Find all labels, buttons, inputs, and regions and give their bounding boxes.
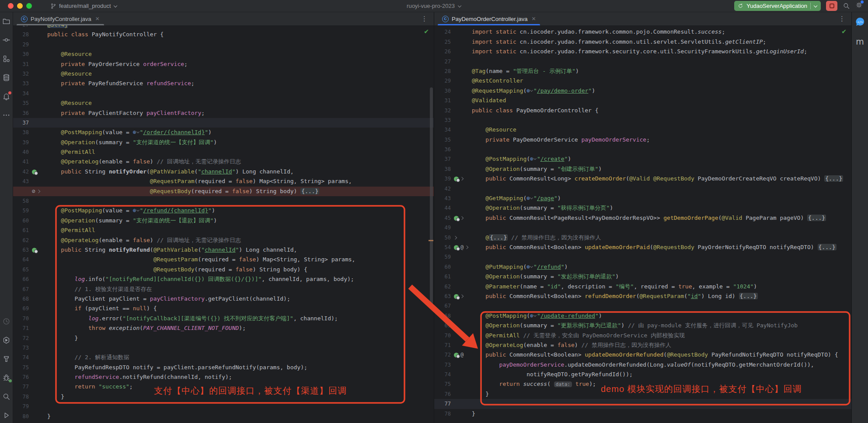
code-text[interactable]: } — [47, 412, 434, 421]
code-line[interactable]: 42 — [434, 184, 851, 194]
url-globe-icon[interactable]: ⊕ — [526, 264, 530, 270]
line-number[interactable]: 33 — [434, 115, 451, 125]
sidebar-item-run[interactable] — [2, 411, 11, 420]
code-line[interactable]: 63 public CommonResult<Boolean> refundDe… — [434, 291, 851, 301]
line-number[interactable]: 59 — [13, 206, 29, 215]
code-line[interactable]: 74 // 2. 解析通知数据 — [13, 353, 434, 362]
code-line[interactable]: 76 } — [434, 389, 851, 399]
code-text[interactable]: @RequestParam(required = false) Map<Stri… — [47, 177, 434, 186]
code-text[interactable]: @PutMapping(⊕"/refund") — [472, 262, 851, 272]
line-number[interactable]: 25 — [434, 37, 451, 47]
code-text[interactable]: private PayClientFactory payClientFactor… — [47, 108, 434, 118]
line-number[interactable]: 67 — [13, 284, 29, 294]
code-line[interactable]: 30 @Resource — [13, 49, 434, 59]
code-text[interactable]: @RequestMapping(⊕"/pay/demo-order") — [472, 86, 851, 96]
line-number[interactable]: 68 — [13, 294, 29, 304]
close-window-button[interactable] — [8, 3, 14, 9]
code-text[interactable]: @Slf4j — [47, 25, 434, 30]
code-line[interactable]: 70 log.error("[notifyCallback][渠道编号({}) … — [13, 314, 434, 323]
code-line[interactable]: 67 // 1. 校验支付渠道是否存在 — [13, 284, 434, 294]
no-breakpoint-icon[interactable]: ⊘ — [32, 187, 35, 196]
code-text[interactable]: @Validated — [472, 96, 851, 105]
code-text[interactable]: private PayOrderService orderService; — [47, 59, 434, 69]
code-line[interactable]: 71 throw exception(PAY_CHANNEL_CLIENT_NO… — [13, 323, 434, 333]
folded-code[interactable]: {...} — [739, 293, 758, 299]
line-number[interactable]: 72 — [13, 333, 29, 343]
code-line[interactable]: 54@ public CommonResult<Boolean> updateD… — [434, 243, 851, 252]
sidebar-item-notifications[interactable] — [2, 92, 11, 101]
code-line[interactable]: 77 return "success"; — [13, 382, 434, 392]
line-number[interactable]: 27 — [13, 25, 29, 30]
run-configuration-widget[interactable]: YudaoServerApplication — [734, 1, 821, 11]
code-line[interactable]: 66 log.info("[notifyRefund][channelId({}… — [13, 274, 434, 284]
line-number[interactable]: 61 — [434, 272, 451, 281]
code-line[interactable]: ⊘ @RequestBody(required = false) String … — [13, 187, 434, 196]
code-line[interactable]: 63 public String notifyRefund(@PathVaria… — [13, 245, 434, 255]
zoom-window-button[interactable] — [26, 3, 32, 9]
line-number[interactable]: 45 — [434, 213, 451, 223]
code-text[interactable]: @PostMapping(value = ⊕"/refund/{channelI… — [47, 206, 434, 215]
code-text[interactable]: return success( data: true); — [472, 379, 851, 389]
code-line[interactable]: 62 @OperateLog(enable = false) // 回调地址，无… — [13, 236, 434, 245]
code-text[interactable]: public CommonResult<Boolean> refundDemoO… — [472, 291, 851, 301]
code-line[interactable]: 35 @Resource — [13, 98, 434, 108]
sidebar-item-project[interactable] — [2, 17, 11, 25]
code-text[interactable] — [47, 89, 434, 98]
tab-options-icon[interactable] — [839, 15, 845, 23]
git-branch-widget[interactable]: feature/mall_product — [50, 3, 117, 9]
code-line[interactable]: 32public class PayDemoOrderController { — [434, 106, 851, 115]
line-number[interactable]: 78 — [13, 392, 29, 402]
code-line[interactable]: 76 refundService.notifyRefund(channelId,… — [13, 372, 434, 382]
line-number[interactable]: 54 — [434, 243, 451, 252]
line-number[interactable]: 42 — [13, 167, 29, 177]
code-line[interactable]: 36 — [434, 145, 851, 154]
code-text[interactable] — [472, 301, 851, 311]
code-text[interactable]: public class PayNotifyController { — [47, 30, 434, 39]
fold-chevron-icon[interactable] — [465, 246, 469, 249]
line-number[interactable]: 60 — [434, 262, 451, 272]
ai-chat-button[interactable]: </> — [855, 17, 865, 29]
line-number[interactable]: 38 — [434, 164, 451, 174]
code-text[interactable]: // 1. 校验支付渠道是否存在 — [47, 284, 434, 294]
code-text[interactable]: @PostMapping(value = ⊕"/order/{channelId… — [47, 128, 434, 137]
sidebar-item-profiler[interactable] — [2, 373, 11, 382]
code-text[interactable]: @Resource — [47, 49, 434, 59]
code-text[interactable]: } — [47, 392, 434, 402]
code-text[interactable] — [472, 252, 851, 262]
code-line[interactable]: 70 @PermitAll // 无需登录，安全由 PayDemoOrderSe… — [434, 331, 851, 340]
code-line[interactable]: 33 — [434, 115, 851, 125]
url-globe-icon[interactable]: ⊕ — [530, 156, 533, 162]
endpoint-icon[interactable] — [32, 248, 37, 253]
code-text[interactable]: public CommonResult<Long> createDemoOrde… — [472, 174, 851, 184]
line-number[interactable]: 43 — [434, 194, 451, 203]
line-number[interactable]: 34 — [13, 89, 29, 98]
code-text[interactable] — [47, 343, 434, 353]
close-tab-icon[interactable] — [531, 16, 536, 22]
code-text[interactable]: @Resource — [472, 125, 851, 135]
line-number[interactable]: 71 — [13, 323, 29, 333]
search-icon[interactable] — [843, 2, 850, 10]
code-text[interactable]: @Operation(summary = "发起示例订单的退款") — [472, 272, 851, 281]
editor-right[interactable]: 24import static cn.iocoder.yudao.framewo… — [434, 25, 851, 423]
fold-chevron-icon[interactable] — [37, 190, 41, 193]
tab-paynotifycontroller[interactable]: PayNotifyController.java — [17, 12, 104, 25]
line-number[interactable]: 77 — [13, 382, 29, 392]
line-number[interactable]: 29 — [13, 40, 29, 49]
line-number[interactable]: 26 — [434, 47, 451, 56]
code-line[interactable]: 80} — [13, 412, 434, 421]
line-number[interactable]: 74 — [434, 370, 451, 379]
folded-code[interactable]: {...} — [818, 244, 837, 250]
code-line[interactable]: 62 @Parameter(name = "id", description =… — [434, 282, 851, 291]
code-text[interactable]: PayRefundRespDTO notify = payClient.pars… — [47, 363, 434, 372]
code-text[interactable]: @Parameter(name = "id", description = "编… — [472, 282, 851, 291]
code-text[interactable]: private PayDemoOrderService payDemoOrder… — [472, 135, 851, 145]
code-text[interactable]: public String notifyRefund(@PathVariable… — [47, 245, 434, 255]
code-line[interactable]: 78} — [434, 409, 851, 419]
code-line[interactable]: 64 @RequestParam(required = false) Map<S… — [13, 255, 434, 264]
code-line[interactable]: 75 PayRefundRespDTO notify = payClient.p… — [13, 363, 434, 372]
fold-chevron-icon[interactable] — [460, 216, 464, 220]
error-stripe-mark[interactable] — [429, 240, 433, 241]
line-number[interactable]: 80 — [13, 412, 29, 421]
sidebar-item-commit[interactable] — [2, 35, 11, 44]
fold-chevron-icon[interactable] — [454, 236, 457, 239]
